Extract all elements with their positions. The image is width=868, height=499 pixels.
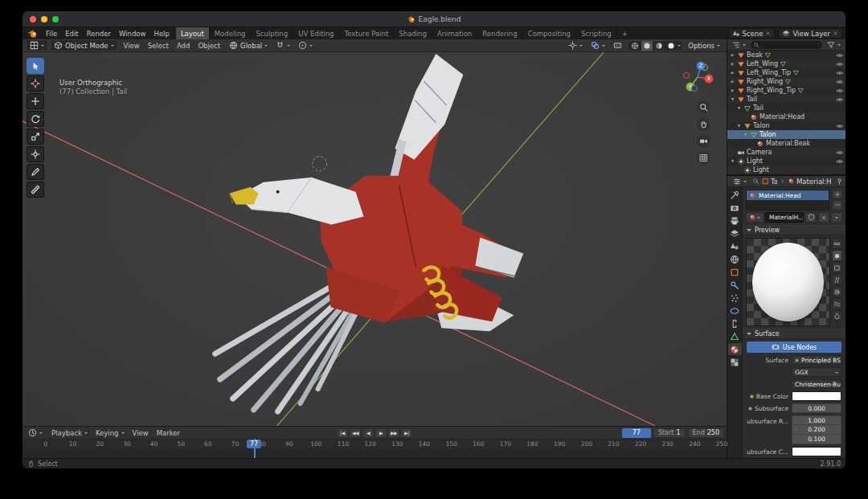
material-name-field[interactable]: MaterialH... (765, 212, 804, 223)
outliner-row-left-wing-tip[interactable]: ▶Left_Wing_Tip (727, 68, 845, 77)
tool-select-box-button[interactable] (27, 58, 44, 74)
transport-jump-to-next-keyframe-button[interactable]: ▶▶ (388, 428, 400, 438)
material-slot[interactable]: Material:Head (747, 190, 829, 200)
viewport-pan-button[interactable] (697, 117, 710, 131)
preview-mode-fluid-button[interactable] (832, 310, 842, 321)
outliner-row-right-wing[interactable]: ▶Right_Wing (727, 77, 845, 86)
base-color-swatch[interactable] (792, 391, 841, 401)
zoom-window-button[interactable] (52, 16, 59, 22)
tool-rotate-button[interactable] (27, 111, 44, 127)
viewport-menu-view[interactable]: View (120, 42, 144, 50)
shading-rendered-button[interactable] (665, 41, 677, 51)
shading-dropdown-caret-icon[interactable] (678, 45, 681, 48)
visibility-eye-icon[interactable] (836, 149, 844, 157)
unlink-material-button[interactable] (818, 212, 829, 223)
properties-tab-physics[interactable] (728, 305, 742, 317)
breadcrumb-material[interactable]: Material:Head (788, 178, 831, 186)
properties-tab-tool[interactable] (728, 189, 742, 201)
expand-arrow-icon[interactable]: ▶ (730, 88, 735, 92)
timeline-body[interactable] (23, 448, 727, 458)
transport-play-button[interactable]: ▶ (375, 428, 387, 438)
xray-toggle[interactable] (610, 40, 625, 51)
material-link-dropdown[interactable] (831, 212, 842, 223)
workspace-tab-scripting[interactable]: Scripting (576, 27, 617, 39)
menu-window[interactable]: Window (115, 27, 150, 39)
outliner-row-camera[interactable]: Camera (727, 148, 845, 157)
unlink-scene-icon[interactable] (765, 31, 771, 36)
properties-editor-type-button[interactable] (730, 177, 750, 186)
viewport-menu-object[interactable]: Object (194, 42, 224, 50)
subsurface-radius-y-field[interactable]: 0.200 (792, 425, 841, 435)
timeline-menu-keying[interactable]: Keying (92, 429, 129, 437)
tool-scale-button[interactable] (27, 129, 44, 145)
outliner-row-light[interactable]: Light (727, 166, 845, 174)
transport-jump-to-prev-keyframe-button[interactable]: ◀◀ (350, 428, 362, 438)
outliner-row-right-wing-tip[interactable]: ▶Right_Wing_Tip (727, 86, 845, 95)
add-material-slot-button[interactable] (832, 190, 842, 199)
viewport-zoom-button[interactable] (697, 100, 710, 114)
expand-arrow-icon[interactable]: ▶ (730, 80, 735, 84)
subsurface-value-field[interactable]: 0.000 (792, 403, 841, 413)
outliner-filter-button[interactable] (824, 40, 844, 50)
visibility-eye-icon[interactable] (836, 122, 844, 130)
shading-solid-button[interactable] (641, 41, 653, 51)
gizmos-dropdown[interactable] (565, 40, 586, 51)
transport-jump-to-start-button[interactable]: |◀ (337, 428, 349, 438)
timeline-menu-playback[interactable]: Playback (47, 429, 92, 437)
frame-end-field[interactable]: End 250 (688, 428, 724, 438)
fake-user-button[interactable] (805, 212, 817, 223)
navigation-gizmo[interactable]: XYZ (680, 59, 715, 96)
collapse-arrow-icon[interactable]: ▼ (743, 133, 748, 137)
collapse-arrow-icon[interactable]: ▼ (730, 97, 735, 101)
pin-icon[interactable] (836, 178, 843, 185)
properties-tab-object[interactable] (728, 266, 742, 278)
preview-mode-cube-button[interactable] (832, 262, 842, 273)
menu-help[interactable]: Help (149, 27, 173, 39)
snapping-toggle[interactable] (272, 40, 293, 51)
expand-arrow-icon[interactable]: ▶ (730, 62, 735, 66)
outliner-row-talon[interactable]: ▼Talon (727, 121, 845, 130)
expand-arrow-icon[interactable]: ▶ (730, 53, 735, 57)
outliner-row-tail[interactable]: ▼Tail (727, 95, 845, 104)
surface-shader-button[interactable]: Principled BSDF (792, 355, 841, 365)
workspace-tab-shading[interactable]: Shading (394, 27, 432, 39)
transform-orientation-dropdown[interactable]: Global (226, 40, 271, 51)
visibility-eye-icon[interactable] (836, 96, 844, 104)
shading-wireframe-button[interactable] (629, 41, 641, 51)
properties-tab-render[interactable] (728, 202, 742, 214)
viewport-toggle-grid-button[interactable] (697, 151, 710, 165)
preview-panel-header[interactable]: Preview (743, 225, 845, 235)
outliner-row-material-beak[interactable]: Material:Beak (727, 139, 845, 148)
subsurface-radius-x-field[interactable]: 1.000 (792, 415, 841, 425)
outliner-row-talon[interactable]: ▼Talon (727, 130, 845, 139)
menu-edit[interactable]: Edit (61, 27, 82, 39)
collapse-arrow-icon[interactable]: ▼ (736, 106, 742, 110)
transport-jump-to-end-button[interactable]: ▶| (401, 428, 413, 438)
browse-material-button[interactable] (746, 212, 764, 223)
workspace-tab-rendering[interactable]: Rendering (477, 27, 522, 39)
proportional-editing-toggle[interactable] (295, 40, 316, 51)
close-window-button[interactable] (30, 16, 36, 22)
expand-arrow-icon[interactable]: ▶ (730, 71, 735, 75)
overlays-dropdown[interactable] (588, 40, 608, 51)
viewport-editor-type-button[interactable] (26, 39, 48, 51)
collapse-arrow-icon[interactable]: ▼ (736, 124, 742, 128)
use-nodes-button[interactable]: Use Nodes (747, 342, 841, 353)
properties-search-icon[interactable] (752, 178, 760, 185)
workspace-tab-sculpting[interactable]: Sculpting (251, 27, 293, 39)
mode-dropdown[interactable]: Object Mode (50, 39, 118, 51)
visibility-eye-icon[interactable] (836, 87, 844, 95)
properties-tab-view-layer[interactable] (728, 227, 742, 239)
empty-object-circle[interactable] (313, 157, 327, 171)
transport-play-reverse-button[interactable]: ◀ (362, 428, 375, 438)
subsurface-radius-z-field[interactable]: 0.100 (792, 435, 841, 444)
tool-transform-button[interactable] (27, 146, 44, 162)
menu-render[interactable]: Render (83, 27, 115, 39)
preview-mode-cloth-button[interactable] (832, 298, 842, 309)
tool-cursor-button[interactable] (27, 76, 44, 92)
visibility-eye-icon[interactable] (836, 157, 844, 166)
tool-move-button[interactable] (27, 93, 44, 109)
eagle-model[interactable] (215, 54, 524, 411)
viewport-menu-select[interactable]: Select (144, 42, 173, 50)
preview-mode-sphere-button[interactable] (832, 250, 842, 261)
